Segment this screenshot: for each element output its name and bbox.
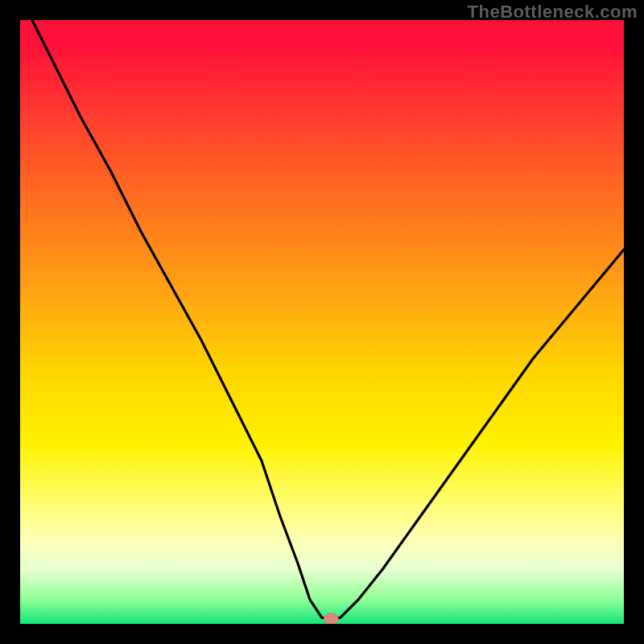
optimal-point-marker	[324, 613, 338, 624]
plot-svg	[20, 20, 624, 624]
bottleneck-curve	[32, 20, 624, 618]
chart-frame: TheBottleneck.com	[0, 0, 644, 644]
plot-area	[20, 20, 624, 624]
